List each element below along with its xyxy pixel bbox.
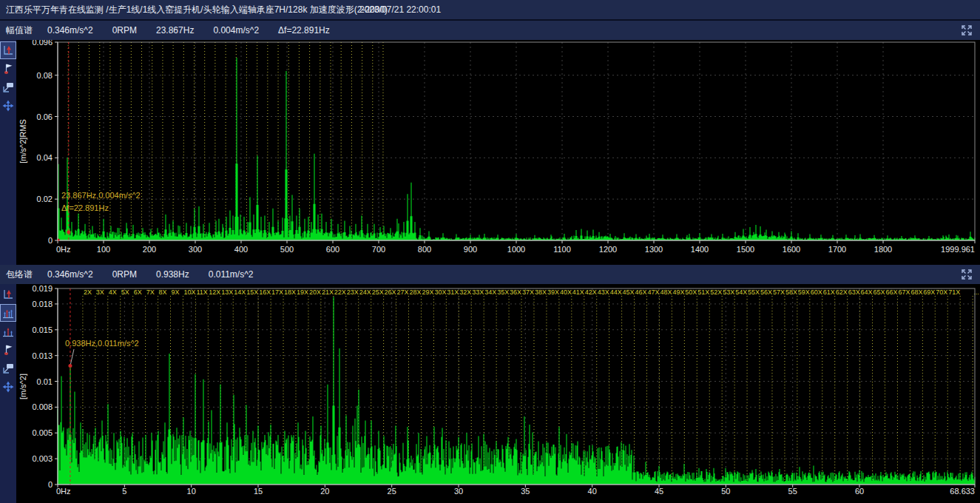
svg-text:46X: 46X xyxy=(635,288,647,296)
svg-text:Δf=22.891Hz: Δf=22.891Hz xyxy=(61,203,109,212)
svg-text:20X: 20X xyxy=(309,288,321,296)
y-tick-label: 0.015 xyxy=(32,325,53,334)
x-tick-label: 60 xyxy=(855,487,864,496)
svg-text:11X: 11X xyxy=(196,288,207,296)
amplitude-spectrum-header: 幅值谱 0.346m/s^2 0RPM 23.867Hz 0.004m/s^2 … xyxy=(0,21,980,40)
svg-text:44X: 44X xyxy=(610,288,622,296)
svg-text:45X: 45X xyxy=(623,288,635,296)
x-tick-label: 40 xyxy=(588,487,597,496)
svg-text:48X: 48X xyxy=(660,288,672,296)
x-tick-label: 1400 xyxy=(691,245,709,254)
svg-text:60X: 60X xyxy=(811,288,822,296)
y-axis-title: [m/s^2] xyxy=(18,374,27,399)
harmonic-order-labels: 2X3X4X5X6X7X8X9X10X11X12X13X14X15X16X17X… xyxy=(84,288,979,296)
title-bar: 江西乐平万年青在线监测 /生产1线/1线入窑提升机/头轮输入端轴承座7H/128… xyxy=(0,0,980,21)
x-tick-label: 0Hz xyxy=(56,487,71,496)
svg-text:4X: 4X xyxy=(109,288,117,296)
x-tick-label: 1600 xyxy=(783,245,800,254)
svg-text:6X: 6X xyxy=(134,288,142,296)
cursor-marker-dot xyxy=(68,364,72,368)
svg-text:55X: 55X xyxy=(748,288,760,296)
svg-text:32X: 32X xyxy=(459,288,471,296)
envelope-spectrum-header: 包络谱 0.346m/s^2 0RPM 0.938Hz 0.011m/s^2 xyxy=(0,265,980,284)
x-tick-label: 400 xyxy=(234,245,248,254)
y-tick-label: 0.005 xyxy=(32,428,53,437)
svg-text:12X: 12X xyxy=(209,288,220,296)
svg-text:67X: 67X xyxy=(898,288,910,296)
x-tick-label: 1500 xyxy=(737,245,754,254)
svg-text:8X: 8X xyxy=(159,288,167,296)
svg-text:43X: 43X xyxy=(598,288,609,296)
y-tick-label: 0.018 xyxy=(32,300,53,308)
chart-type-label: 幅值谱 xyxy=(6,24,33,37)
x-tick-label: 1800 xyxy=(874,245,892,254)
x-tick-label: 900 xyxy=(464,245,477,254)
svg-text:16X: 16X xyxy=(259,288,271,296)
svg-text:70X: 70X xyxy=(936,288,947,296)
x-tick-label: 45 xyxy=(655,487,663,496)
maximize-icon xyxy=(961,269,973,280)
svg-text:40X: 40X xyxy=(560,288,572,296)
y-tick-label: 0.06 xyxy=(37,112,53,121)
svg-text:36X: 36X xyxy=(510,288,521,296)
x-tick-label: 25 xyxy=(388,487,396,496)
svg-text:37X: 37X xyxy=(522,288,534,296)
cursor-marker-dot xyxy=(67,230,70,234)
svg-text:22X: 22X xyxy=(334,288,346,296)
svg-text:5X: 5X xyxy=(121,288,129,296)
harmonic-cursors xyxy=(68,42,383,240)
x-tick-label: 35 xyxy=(521,487,530,496)
svg-text:23.867Hz,0.004m/s^2: 23.867Hz,0.004m/s^2 xyxy=(61,191,141,200)
y-tick-label: 0.019 xyxy=(32,284,53,293)
x-tick-label: 1000 xyxy=(507,245,525,254)
svg-text:10X: 10X xyxy=(183,288,195,296)
x-tick-label: 20 xyxy=(320,487,329,496)
amplitude-spectrum-chart[interactable]: 0Hz1002003004005006007008009001000110012… xyxy=(0,40,980,265)
svg-text:64X: 64X xyxy=(861,288,873,296)
x-tick-label: 10 xyxy=(187,487,196,496)
y-tick-label: 0 xyxy=(48,480,53,489)
svg-text:65X: 65X xyxy=(873,288,885,296)
svg-text:68X: 68X xyxy=(910,288,922,296)
y-tick-label: 0.02 xyxy=(37,195,53,203)
svg-text:42X: 42X xyxy=(585,288,597,296)
svg-text:56X: 56X xyxy=(760,288,772,296)
svg-text:...: ... xyxy=(973,288,979,296)
svg-text:54X: 54X xyxy=(735,288,747,296)
svg-text:50X: 50X xyxy=(685,288,697,296)
timestamp: 2023/07/21 22:00:01 xyxy=(359,4,441,15)
svg-text:28X: 28X xyxy=(410,288,422,296)
svg-text:61X: 61X xyxy=(823,288,835,296)
svg-text:49X: 49X xyxy=(672,288,684,296)
svg-text:39X: 39X xyxy=(547,288,559,296)
x-tick-label: 1999.961 xyxy=(941,245,975,254)
svg-text:51X: 51X xyxy=(697,288,709,296)
x-tick-label: 0Hz xyxy=(56,245,71,254)
annotation-connector xyxy=(70,349,74,366)
delta-f-value: Δf=22.891Hz xyxy=(278,25,330,36)
svg-text:17X: 17X xyxy=(271,288,283,296)
maximize-button[interactable] xyxy=(961,269,973,280)
cursor-frequency-value: 0.938Hz xyxy=(156,269,189,280)
x-tick-label: 600 xyxy=(326,245,339,254)
y-tick-label: 0 xyxy=(48,236,53,245)
y-tick-label: 0.096 xyxy=(32,40,53,47)
maximize-button[interactable] xyxy=(961,24,973,36)
envelope-spectrum-chart[interactable]: 2X3X4X5X6X7X8X9X10X11X12X13X14X15X16X17X… xyxy=(0,284,980,503)
cursor-annotation: 0.938Hz,0.011m/s^2 xyxy=(65,339,139,348)
x-tick-label: 50 xyxy=(721,487,730,496)
svg-text:31X: 31X xyxy=(447,288,459,296)
svg-text:41X: 41X xyxy=(572,288,584,296)
gridlines xyxy=(58,42,975,240)
svg-text:71X: 71X xyxy=(948,288,960,296)
y-tick-label: 0.01 xyxy=(37,377,53,386)
svg-text:9X: 9X xyxy=(172,288,180,296)
svg-text:59X: 59X xyxy=(798,288,810,296)
svg-text:2X: 2X xyxy=(84,288,92,296)
svg-text:3X: 3X xyxy=(96,288,104,296)
svg-text:53X: 53X xyxy=(723,288,734,296)
svg-text:7X: 7X xyxy=(146,288,155,296)
y-axis-title: [m/s^2]RMS xyxy=(18,119,27,163)
x-tick-label: 500 xyxy=(280,245,294,254)
svg-text:66X: 66X xyxy=(885,288,897,296)
